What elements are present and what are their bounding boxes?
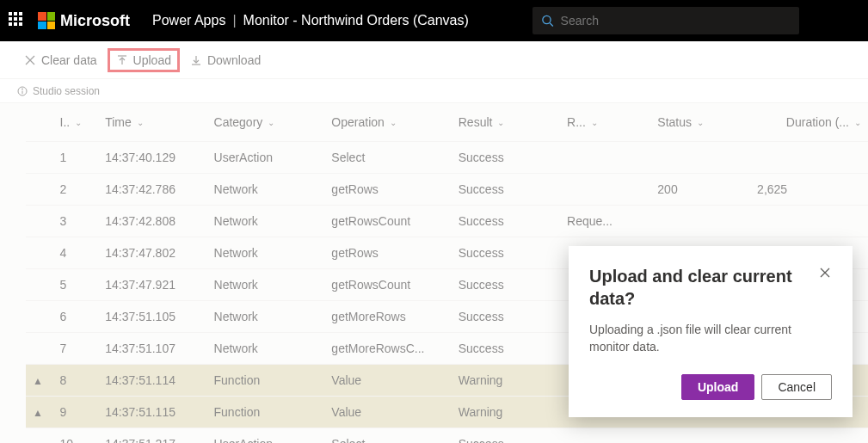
col-id[interactable]: I..⌄: [53, 103, 99, 142]
chevron-down-icon: ⌄: [75, 118, 82, 127]
upload-icon: [116, 54, 128, 66]
cell-operation: Select: [324, 428, 451, 444]
chevron-down-icon: ⌄: [854, 118, 861, 127]
upload-button[interactable]: Upload: [108, 48, 180, 72]
microsoft-logo-icon: [38, 12, 55, 29]
table-row[interactable]: 314:37:42.808NetworkgetRowsCountSuccessR…: [26, 206, 868, 237]
brand-logo: Microsoft: [38, 12, 130, 30]
cell-duration: [750, 206, 868, 237]
cell-id: 4: [53, 237, 99, 269]
cell-operation: getRows: [324, 237, 451, 269]
close-icon: [24, 54, 36, 66]
col-status[interactable]: Status⌄: [650, 103, 750, 142]
dialog-title: Upload and clear current data?: [589, 265, 818, 310]
cell-id: 9: [53, 397, 99, 428]
chevron-down-icon: ⌄: [591, 118, 598, 127]
cell-time: 14:37:47.802: [98, 237, 206, 269]
cell-time: 14:37:40.129: [98, 142, 206, 174]
cell-time: 14:37:51.217: [98, 428, 206, 444]
download-icon: [190, 54, 202, 66]
cell-status: [650, 428, 750, 444]
chevron-down-icon: ⌄: [268, 118, 274, 127]
cell-result: Success: [452, 428, 560, 444]
cell-status: 200: [650, 174, 750, 206]
chevron-down-icon: ⌄: [497, 118, 504, 127]
search-icon: [541, 14, 554, 28]
cell-category: Network: [207, 301, 325, 333]
col-category[interactable]: Category⌄: [207, 103, 325, 142]
grid-header-row: I..⌄ Time⌄ Category⌄ Operation⌄ Result⌄ …: [26, 103, 868, 142]
cell-status: [650, 206, 750, 237]
dialog-upload-button[interactable]: Upload: [681, 374, 754, 400]
dialog-close-button[interactable]: [818, 265, 832, 282]
cell-time: 14:37:51.107: [98, 333, 206, 365]
cell-duration: [750, 428, 868, 444]
col-result[interactable]: Result⌄: [452, 103, 560, 142]
table-row[interactable]: 214:37:42.786NetworkgetRowsSuccess2002,6…: [26, 174, 868, 206]
cell-category: UserAction: [207, 428, 325, 444]
cell-result: Success: [452, 142, 560, 174]
table-row[interactable]: 1014:37:51.217UserActionSelectSuccess: [26, 428, 868, 444]
cell-result: Success: [452, 174, 560, 206]
cell-time: 14:37:51.114: [98, 365, 206, 397]
cell-operation: getRowsCount: [324, 206, 451, 237]
cell-time: 14:37:51.115: [98, 397, 206, 428]
cell-result: Success: [452, 269, 560, 301]
brand-text: Microsoft: [60, 12, 130, 30]
dialog-cancel-button[interactable]: Cancel: [761, 374, 832, 400]
cell-result-type: Reque...: [560, 206, 650, 237]
download-button[interactable]: Download: [182, 48, 269, 72]
svg-point-10: [22, 89, 23, 89]
cell-result: Warning: [452, 365, 560, 397]
cell-id: 1: [53, 142, 99, 174]
cell-id: 5: [53, 269, 99, 301]
cell-id: 7: [53, 333, 99, 365]
clear-data-button[interactable]: Clear data: [15, 48, 106, 72]
download-label: Download: [207, 53, 261, 67]
svg-line-1: [550, 23, 553, 27]
cell-id: 3: [53, 206, 99, 237]
col-warn[interactable]: [26, 103, 53, 142]
cell-operation: getRows: [324, 174, 451, 206]
upload-label: Upload: [133, 53, 171, 67]
cell-result-type: [560, 428, 650, 444]
col-duration[interactable]: Duration (...⌄: [750, 103, 868, 142]
table-row[interactable]: 114:37:40.129UserActionSelectSuccess: [26, 142, 868, 174]
title-divider: |: [232, 13, 236, 28]
cell-category: Network: [207, 269, 325, 301]
cell-operation: Value: [324, 397, 451, 428]
cell-duration: 2,625: [750, 174, 868, 206]
clear-data-label: Clear data: [41, 53, 97, 67]
cell-id: 2: [53, 174, 99, 206]
col-result-type[interactable]: R...⌄: [560, 103, 650, 142]
chevron-down-icon: ⌄: [697, 118, 704, 127]
cell-result-type: [560, 142, 650, 174]
cell-result-type: [560, 174, 650, 206]
cell-operation: getMoreRowsC...: [324, 333, 451, 365]
title-block: Power Apps | Monitor - Northwind Orders …: [152, 13, 469, 28]
app-launcher-icon[interactable]: [9, 12, 26, 29]
cell-result: Success: [452, 237, 560, 269]
page-title: Monitor - Northwind Orders (Canvas): [243, 13, 469, 28]
col-operation[interactable]: Operation⌄: [324, 103, 451, 142]
warning-icon: ▲: [33, 375, 43, 387]
cell-result: Warning: [452, 397, 560, 428]
warning-icon: ▲: [33, 407, 43, 419]
col-time[interactable]: Time⌄: [98, 103, 206, 142]
global-header: Microsoft Power Apps | Monitor - Northwi…: [0, 0, 868, 41]
session-bar: Studio session: [0, 79, 868, 103]
cell-time: 14:37:47.921: [98, 269, 206, 301]
cell-result: Success: [452, 206, 560, 237]
cell-category: Network: [207, 237, 325, 269]
search-input[interactable]: [561, 14, 791, 28]
cell-category: Function: [207, 365, 325, 397]
cell-category: UserAction: [207, 142, 325, 174]
app-name[interactable]: Power Apps: [152, 13, 225, 28]
cell-operation: getRowsCount: [324, 269, 451, 301]
close-icon: [820, 268, 830, 278]
cell-time: 14:37:42.808: [98, 206, 206, 237]
svg-point-0: [543, 15, 551, 23]
search-box[interactable]: [532, 7, 799, 34]
cell-result: Success: [452, 301, 560, 333]
cell-operation: getMoreRows: [324, 301, 451, 333]
